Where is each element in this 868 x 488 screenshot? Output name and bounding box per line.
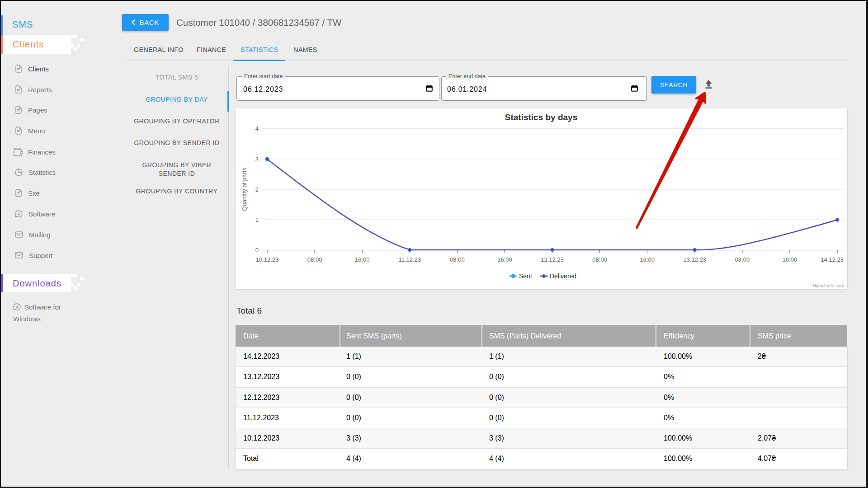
svg-text:08:00: 08:00 (735, 256, 750, 263)
svg-text:11.12.23: 11.12.23 (398, 256, 421, 263)
svg-text:Delivered: Delivered (550, 272, 576, 280)
svg-text:0: 0 (255, 247, 259, 253)
svg-text:08:00: 08:00 (307, 256, 322, 263)
svg-text:16:00: 16:00 (640, 256, 655, 263)
svg-text:2: 2 (255, 186, 259, 193)
svg-text:16:00: 16:00 (355, 256, 370, 263)
svg-text:4: 4 (255, 125, 259, 132)
svg-text:Highcharts.com: Highcharts.com (813, 283, 844, 288)
svg-text:08:00: 08:00 (592, 256, 607, 263)
svg-text:3: 3 (255, 156, 259, 163)
svg-text:08:00: 08:00 (450, 256, 465, 263)
svg-text:16:00: 16:00 (783, 256, 797, 263)
svg-text:Sent: Sent (519, 272, 532, 280)
svg-text:16:00: 16:00 (497, 256, 512, 263)
svg-text:1: 1 (255, 216, 259, 223)
svg-text:14.12.23: 14.12.23 (821, 256, 844, 263)
svg-text:10.12.23: 10.12.23 (256, 256, 279, 263)
svg-text:Quantity of parts: Quantity of parts (241, 168, 248, 211)
svg-text:Statistics by days: Statistics by days (505, 113, 578, 122)
svg-text:13.12.23: 13.12.23 (683, 256, 706, 263)
svg-text:12.12.23: 12.12.23 (541, 256, 564, 263)
